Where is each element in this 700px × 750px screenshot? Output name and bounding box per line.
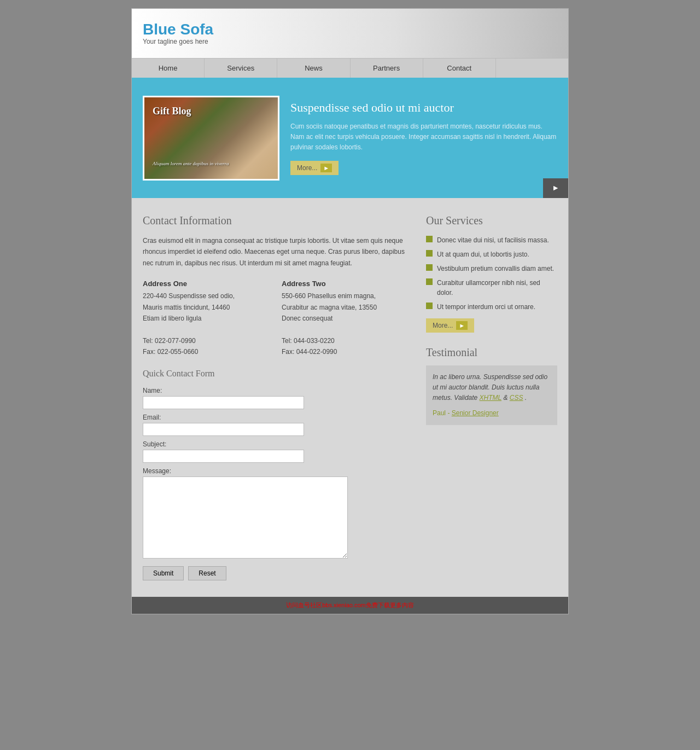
banner-more-button[interactable]: More... ►	[290, 161, 339, 175]
banner: Gift Blog Aliquam lorem ante dapibus in …	[132, 78, 568, 198]
nav-item-news[interactable]: News	[277, 59, 350, 78]
name-label: Name:	[143, 387, 410, 394]
service-bullet-3	[426, 264, 433, 271]
header: Blue Sofa Your tagline goes here	[132, 9, 568, 58]
testimonial-author: Paul - Senior Designer	[433, 408, 551, 418]
banner-content: Suspendisse sed odio ut mi auctor Cum so…	[290, 101, 557, 176]
form-buttons: Submit Reset	[143, 566, 410, 580]
service-item-4: Curabitur ullamcorper nibh nisi, sed dol…	[426, 278, 557, 298]
reset-button[interactable]: Reset	[188, 566, 226, 580]
service-text-3: Vestibulum pretium convallis diam amet.	[437, 264, 554, 274]
nav-item-home[interactable]: Home	[132, 59, 205, 78]
banner-text: Cum sociis natoque penatibus et magnis d…	[290, 121, 557, 153]
address-one: Address One 220-440 Suspendisse sed odio…	[143, 280, 271, 357]
testimonial-period: .	[525, 394, 527, 402]
banner-image-sublabel: Aliquam lorem ante dapibus in viverra	[153, 161, 229, 166]
nav-item-extra[interactable]	[496, 59, 568, 78]
service-item-5: Ut tempor interdum orci ut ornare.	[426, 302, 557, 312]
subject-label: Subject:	[143, 440, 410, 448]
address-two: Address Two 550-660 Phasellus enim magna…	[282, 280, 410, 357]
banner-more-arrow: ►	[320, 164, 332, 172]
quick-contact-form: Quick Contact Form Name: Email: Subject:…	[143, 369, 410, 580]
footer-text: 访问血号社区bbs.xieniao.com免费下载更多内容	[286, 602, 414, 608]
address-two-lines: 550-660 Phasellus enim magna, Curabitur …	[282, 290, 410, 357]
service-item-1: Donec vitae dui nisi, ut facilisis massa…	[426, 235, 557, 245]
service-text-5: Ut tempor interdum orci ut ornare.	[437, 302, 535, 312]
banner-image-text: Gift Blog Aliquam lorem ante dapibus in …	[153, 106, 229, 166]
submit-button[interactable]: Submit	[143, 566, 184, 580]
message-field[interactable]	[143, 476, 348, 559]
css-link[interactable]: CSS	[510, 394, 523, 402]
services-more-button[interactable]: More... ►	[426, 318, 474, 333]
message-label: Message:	[143, 467, 410, 475]
banner-image: Gift Blog Aliquam lorem ante dapibus in …	[143, 96, 279, 181]
nav-item-contact[interactable]: Contact	[423, 59, 496, 78]
nav-item-partners[interactable]: Partners	[351, 59, 423, 78]
service-text-1: Donec vitae dui nisi, ut facilisis massa…	[437, 235, 549, 245]
name-field[interactable]	[143, 396, 304, 409]
right-column: Our Services Donec vitae dui nisi, ut fa…	[426, 214, 557, 580]
service-bullet-4	[426, 278, 433, 285]
form-title: Quick Contact Form	[143, 369, 410, 379]
banner-nav-arrow[interactable]: ►	[543, 178, 568, 198]
service-text-2: Ut at quam dui, ut lobortis justo.	[437, 249, 529, 259]
footer: 访问血号社区bbs.xieniao.com免费下载更多内容	[132, 597, 568, 614]
testimonial-box: In ac libero urna. Suspendisse sed odio …	[426, 365, 557, 425]
service-bullet-5	[426, 303, 433, 309]
email-field[interactable]	[143, 423, 304, 436]
services-more-arrow: ►	[456, 321, 468, 330]
service-item-3: Vestibulum pretium convallis diam amet.	[426, 264, 557, 274]
testimonial-and: &	[503, 394, 509, 402]
services-list: Donec vitae dui nisi, ut facilisis massa…	[426, 235, 557, 312]
service-item-2: Ut at quam dui, ut lobortis justo.	[426, 249, 557, 259]
testimonial-role: Senior Designer	[452, 409, 499, 417]
contact-section-title: Contact Information	[143, 214, 410, 227]
banner-title: Suspendisse sed odio ut mi auctor	[290, 101, 557, 115]
service-bullet-1	[426, 236, 433, 242]
services-title: Our Services	[426, 214, 557, 227]
testimonial-title: Testimonial	[426, 346, 557, 359]
logo-title: Blue Sofa	[143, 21, 213, 38]
logo-tagline: Your tagline goes here	[143, 38, 213, 45]
left-column: Contact Information Cras euismod elit in…	[143, 214, 426, 580]
address-one-title: Address One	[143, 280, 271, 288]
service-bullet-2	[426, 250, 433, 257]
xhtml-link[interactable]: XHTML	[480, 394, 501, 402]
navigation: Home Services News Partners Contact	[132, 58, 568, 78]
address-two-title: Address Two	[282, 280, 410, 288]
testimonial-text: In ac libero urna. Suspendisse sed odio …	[433, 372, 551, 404]
banner-image-bg: Gift Blog Aliquam lorem ante dapibus in …	[144, 97, 278, 179]
address-one-lines: 220-440 Suspendisse sed odio, Mauris mat…	[143, 290, 271, 357]
subject-field[interactable]	[143, 450, 304, 463]
main-content: Contact Information Cras euismod elit in…	[132, 198, 568, 597]
addresses: Address One 220-440 Suspendisse sed odio…	[143, 280, 410, 357]
email-label: Email:	[143, 414, 410, 421]
service-text-4: Curabitur ullamcorper nibh nisi, sed dol…	[437, 278, 557, 298]
nav-item-services[interactable]: Services	[205, 59, 277, 78]
arrow-right-icon: ►	[552, 184, 559, 192]
contact-section-text: Cras euismod elit in magna consequat ac …	[143, 235, 410, 269]
